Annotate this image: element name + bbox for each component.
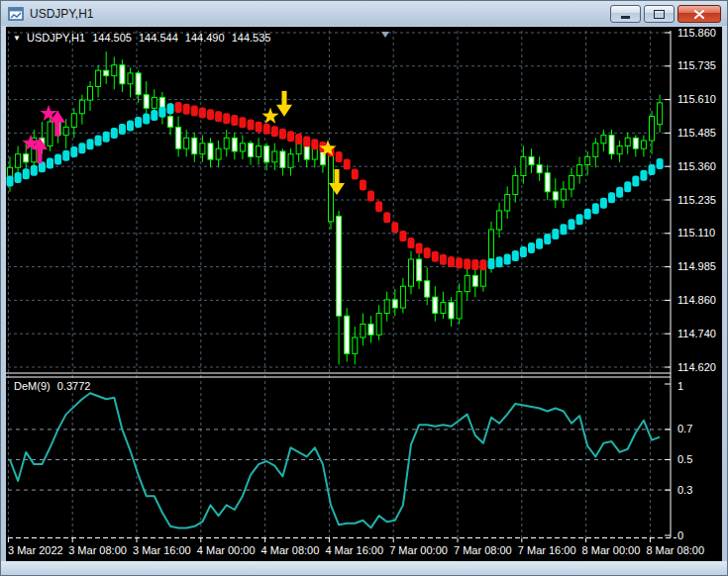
- price-label: 114.620: [677, 361, 716, 373]
- title-bar[interactable]: USDJPY,H1: [1, 1, 727, 26]
- price-label: 114.985: [677, 260, 716, 272]
- time-label: 7 Mar 00:00: [389, 544, 448, 556]
- candle-body: [457, 292, 462, 319]
- ribbon-dot-up: [488, 258, 495, 269]
- candle-body: [184, 138, 189, 148]
- candle-body: [232, 138, 237, 151]
- ribbon-dot-up: [632, 175, 639, 186]
- candle-body: [16, 154, 21, 168]
- candle-body: [376, 313, 381, 335]
- time-label: 8 Mar 00:00: [582, 544, 641, 556]
- price-label: 115.485: [677, 127, 716, 139]
- time-label: 3 Mar 08:00: [68, 544, 127, 556]
- symbol-dropdown-arrow[interactable]: ▼: [13, 34, 21, 43]
- ribbon-dot-up: [78, 143, 85, 153]
- ribbon-dot-down: [456, 257, 463, 268]
- candle-body: [288, 154, 293, 168]
- ribbon-dot-up: [640, 170, 647, 181]
- indicator-label: DeM(9) 0.3772: [14, 380, 94, 392]
- close-icon: [694, 10, 704, 19]
- candle-body: [529, 156, 534, 164]
- indicator-axis-label: 1: [677, 380, 683, 392]
- ribbon-dot-down: [303, 137, 310, 147]
- restore-button[interactable]: [644, 5, 675, 23]
- ribbon-dot-up: [616, 187, 623, 198]
- price-label: 115.610: [677, 93, 716, 105]
- candle-body: [392, 300, 397, 308]
- candle-body: [345, 316, 350, 353]
- candle-body: [384, 300, 389, 314]
- ribbon-dot-down: [199, 107, 206, 118]
- ribbon-dot-up: [7, 175, 14, 186]
- candles-layer: [8, 51, 663, 364]
- candle-body: [353, 337, 358, 353]
- candle-body: [257, 145, 261, 156]
- ribbon-dot-down: [279, 129, 286, 140]
- ribbon-dot-up: [600, 198, 607, 209]
- ribbon-dot-up: [103, 132, 110, 143]
- time-label: 4 Mar 00:00: [197, 544, 256, 556]
- ribbon-dot-up: [47, 157, 53, 168]
- ribbon-dot-down: [344, 159, 351, 170]
- candle-body: [240, 144, 245, 151]
- window-bottom-border: [1, 561, 727, 575]
- price-chart-canvas[interactable]: [6, 27, 722, 561]
- indicator-axis-label: 0.5: [677, 453, 692, 465]
- ribbon-dot-down: [336, 151, 343, 162]
- candle-body: [71, 114, 76, 128]
- dem-layer: [10, 393, 660, 528]
- ribbon-dot-down: [360, 180, 366, 191]
- ribbon-dot-up: [544, 234, 551, 244]
- ribbon-dot-down: [263, 124, 270, 135]
- candle-body: [264, 145, 269, 161]
- minimize-button[interactable]: [610, 5, 641, 23]
- ribbon-dot-up: [584, 209, 591, 220]
- candle-body: [104, 70, 109, 75]
- ribbon-dot-up: [576, 214, 583, 225]
- candle-body: [505, 195, 510, 211]
- header-close: 144.535: [232, 32, 271, 44]
- chart-shift-marker[interactable]: [381, 32, 389, 38]
- candle-body: [650, 117, 655, 142]
- ribbon-dot-down: [248, 119, 255, 130]
- ribbon-dot-down: [367, 190, 374, 201]
- ribbon-dot-up: [70, 146, 77, 157]
- time-label: 3 Mar 2022: [8, 544, 63, 556]
- candle-body: [641, 141, 646, 148]
- candle-body: [449, 303, 454, 319]
- candle-body: [441, 303, 446, 314]
- ribbon-dot-up: [158, 107, 165, 118]
- candle-body: [128, 73, 133, 84]
- ribbon-dot-up: [592, 203, 599, 214]
- price-label: 115.735: [677, 59, 716, 71]
- ribbon-dot-down: [207, 109, 214, 120]
- candle-body: [152, 97, 156, 108]
- candle-body: [272, 151, 277, 162]
- ribbon-dot-down: [399, 231, 406, 241]
- ribbon-dot-up: [151, 110, 157, 121]
- price-label: 114.860: [677, 294, 716, 306]
- ribbon-dot-down: [191, 106, 198, 117]
- yellow-down-arrow-icon: [276, 105, 292, 117]
- candle-body: [417, 259, 422, 281]
- ribbon-dot-down: [479, 259, 486, 270]
- price-label: 115.110: [677, 227, 715, 239]
- indicator-axis-label: 0.7: [677, 423, 692, 434]
- ribbon-dot-up: [560, 224, 567, 235]
- ribbon-dot-up: [62, 150, 69, 161]
- dem-line: [10, 393, 660, 528]
- candle-body: [433, 297, 438, 313]
- candle-body: [400, 286, 405, 308]
- ribbon-dot-up: [504, 253, 511, 264]
- close-button[interactable]: [677, 5, 721, 23]
- time-label: 4 Mar 08:00: [261, 544, 320, 556]
- time-label: 7 Mar 08:00: [454, 544, 512, 556]
- candle-body: [585, 156, 590, 164]
- ribbon-dot-down: [391, 222, 398, 233]
- chart-area[interactable]: ▼ USDJPY,H1 144.505 144.544 144.490 144.…: [6, 27, 722, 561]
- price-label: 115.235: [677, 194, 716, 206]
- ribbon-dot-up: [167, 103, 174, 114]
- candle-body: [513, 175, 518, 194]
- candle-body: [192, 138, 197, 153]
- candle-body: [368, 324, 373, 335]
